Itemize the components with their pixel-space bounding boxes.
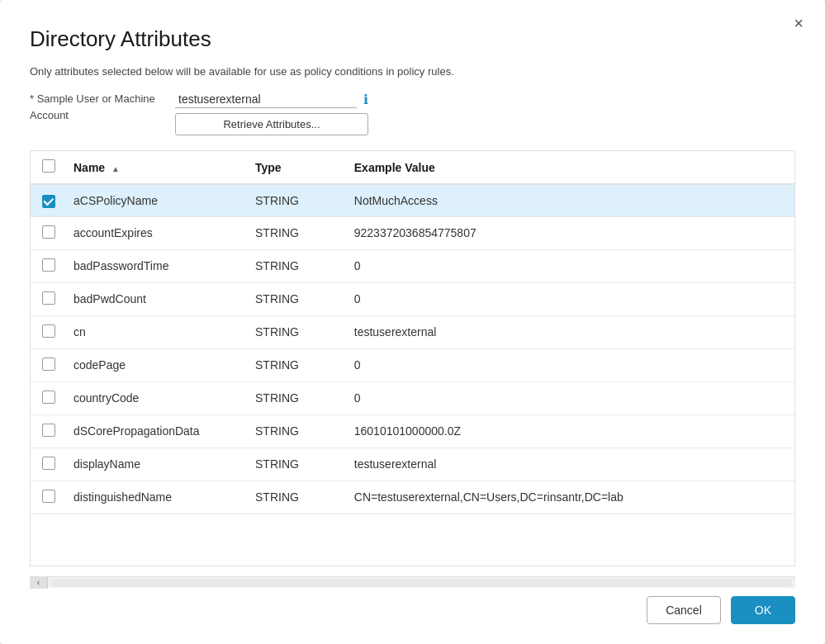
row-name: badPasswordTime	[64, 249, 245, 282]
header-checkbox[interactable]	[42, 159, 55, 173]
sample-input[interactable]	[175, 91, 357, 108]
row-example: 0	[344, 381, 794, 414]
row-name: badPwdCount	[64, 282, 245, 315]
table-row: distinguishedName STRING CN=testuserexte…	[31, 481, 794, 514]
row-example: testuserexternal	[344, 315, 794, 348]
retrieve-attributes-button[interactable]: Retrieve Attributes...	[175, 113, 368, 135]
row-example: 0	[344, 249, 794, 282]
row-checkbox[interactable]	[42, 225, 55, 239]
row-example: 9223372036854775807	[344, 216, 794, 249]
row-type: STRING	[245, 315, 344, 348]
row-checkbox-cell	[31, 447, 64, 481]
sample-label: * Sample User or MachineAccount	[30, 91, 162, 123]
close-button[interactable]: ×	[789, 13, 808, 33]
table-row: displayName STRING testuserexternal	[31, 447, 794, 481]
cancel-button[interactable]: Cancel	[647, 596, 721, 624]
table-row: dSCorePropagationData STRING 16010101000…	[31, 414, 794, 447]
row-type: STRING	[245, 216, 344, 249]
table-row: countryCode STRING 0	[31, 381, 794, 414]
attributes-table-wrapper: Name ▲ Type Example Value aCSPolicyName …	[30, 150, 795, 566]
table-row: badPwdCount STRING 0	[31, 282, 794, 315]
row-checkbox[interactable]	[42, 291, 55, 305]
description-text: Only attributes selected below will be a…	[30, 65, 795, 78]
row-name: accountExpires	[64, 216, 245, 249]
row-name: displayName	[64, 447, 245, 481]
row-checkbox-cell	[31, 315, 64, 348]
footer-buttons: Cancel OK	[30, 588, 795, 624]
header-type: Type	[245, 151, 344, 184]
row-name: cn	[64, 315, 245, 348]
row-type: STRING	[245, 414, 344, 447]
row-checkbox-cell	[31, 348, 64, 381]
dialog-title: Directory Attributes	[30, 26, 795, 52]
row-checkbox[interactable]	[42, 457, 55, 470]
row-checkbox[interactable]	[42, 258, 55, 272]
row-example: testuserexternal	[344, 447, 794, 481]
row-checkbox-cell	[31, 184, 64, 216]
row-type: STRING	[245, 481, 344, 514]
row-checkbox-cell	[31, 381, 64, 414]
row-example: 16010101000000.0Z	[344, 414, 794, 447]
row-type: STRING	[245, 184, 344, 216]
table-row: cn STRING testuserexternal	[31, 315, 794, 348]
row-checkbox-cell	[31, 481, 64, 514]
row-checkbox[interactable]	[42, 195, 55, 208]
name-sort-icon[interactable]: ▲	[111, 164, 120, 173]
row-name: dSCorePropagationData	[64, 414, 245, 447]
scrollbar-track[interactable]	[51, 579, 792, 587]
row-checkbox[interactable]	[42, 324, 55, 338]
table-row: accountExpires STRING 922337203685477580…	[31, 216, 794, 249]
row-name: distinguishedName	[64, 481, 245, 514]
row-type: STRING	[245, 447, 344, 481]
scroll-left-button[interactable]: ‹	[30, 577, 48, 589]
row-name: countryCode	[64, 381, 245, 414]
row-checkbox[interactable]	[42, 358, 55, 371]
ok-button[interactable]: OK	[731, 596, 795, 624]
row-checkbox[interactable]	[42, 424, 55, 437]
table-row: codePage STRING 0	[31, 348, 794, 381]
row-example: 0	[344, 282, 794, 315]
horizontal-scrollbar: ‹	[30, 576, 795, 588]
row-type: STRING	[245, 282, 344, 315]
row-checkbox-cell	[31, 282, 64, 315]
row-checkbox-cell	[31, 249, 64, 282]
header-checkbox-col	[31, 151, 64, 184]
row-checkbox[interactable]	[42, 391, 55, 404]
row-example: CN=testuserexternal,CN=Users,DC=rinsantr…	[344, 481, 794, 514]
header-example: Example Value	[344, 151, 794, 184]
attributes-table: Name ▲ Type Example Value aCSPolicyName …	[31, 151, 794, 514]
row-checkbox-cell	[31, 216, 64, 249]
directory-attributes-dialog: × Directory Attributes Only attributes s…	[0, 0, 825, 644]
header-name: Name ▲	[64, 151, 245, 184]
table-row: aCSPolicyName STRING NotMuchAccess	[31, 184, 794, 216]
row-name: codePage	[64, 348, 245, 381]
row-type: STRING	[245, 381, 344, 414]
info-icon[interactable]: ℹ	[363, 92, 368, 107]
row-checkbox-cell	[31, 414, 64, 447]
row-example: NotMuchAccess	[344, 184, 794, 216]
sample-input-section: ℹ Retrieve Attributes...	[175, 91, 368, 135]
row-example: 0	[344, 348, 794, 381]
table-row: badPasswordTime STRING 0	[31, 249, 794, 282]
row-type: STRING	[245, 249, 344, 282]
row-checkbox[interactable]	[42, 490, 55, 503]
table-header-row: Name ▲ Type Example Value	[31, 151, 794, 184]
sample-row: * Sample User or MachineAccount ℹ Retrie…	[30, 91, 795, 135]
table-body: aCSPolicyName STRING NotMuchAccess accou…	[31, 184, 794, 514]
row-type: STRING	[245, 348, 344, 381]
row-name: aCSPolicyName	[64, 184, 245, 216]
